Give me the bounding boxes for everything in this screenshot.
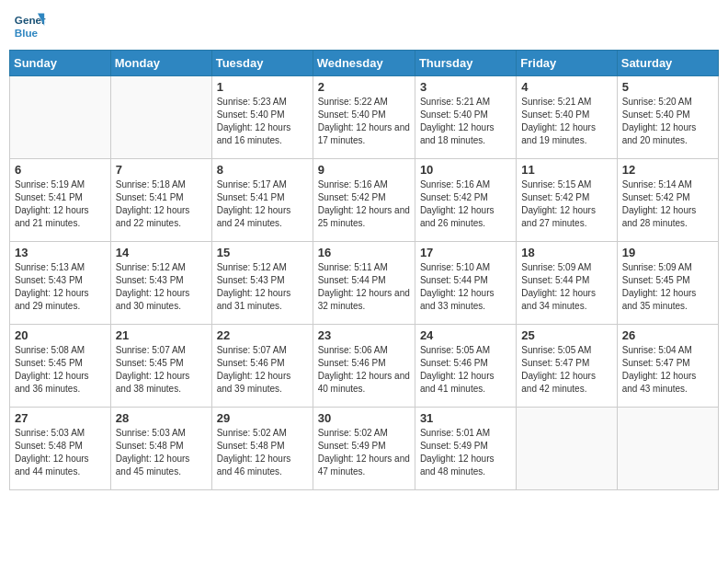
week-row-5: 27Sunrise: 5:03 AM Sunset: 5:48 PM Dayli… (10, 408, 719, 490)
calendar-cell: 14Sunrise: 5:12 AM Sunset: 5:43 PM Dayli… (110, 242, 211, 325)
day-number: 16 (318, 246, 410, 259)
calendar-cell: 17Sunrise: 5:10 AM Sunset: 5:44 PM Dayli… (415, 242, 516, 325)
calendar-cell: 25Sunrise: 5:05 AM Sunset: 5:47 PM Dayli… (517, 325, 617, 408)
calendar-cell: 10Sunrise: 5:16 AM Sunset: 5:42 PM Dayli… (415, 159, 516, 242)
calendar-cell: 2Sunrise: 5:22 AM Sunset: 5:40 PM Daylig… (313, 76, 415, 159)
day-number: 25 (521, 328, 611, 342)
week-row-4: 20Sunrise: 5:08 AM Sunset: 5:45 PM Dayli… (10, 325, 719, 408)
calendar-cell: 1Sunrise: 5:23 AM Sunset: 5:40 PM Daylig… (211, 76, 313, 159)
day-number: 18 (521, 246, 611, 259)
weekday-header-row: SundayMondayTuesdayWednesdayThursdayFrid… (10, 51, 719, 76)
day-info: Sunrise: 5:21 AM Sunset: 5:40 PM Dayligh… (521, 96, 611, 147)
day-number: 19 (622, 246, 713, 259)
calendar-cell (617, 408, 718, 490)
weekday-header-wednesday: Wednesday (313, 51, 415, 76)
day-number: 20 (15, 328, 106, 342)
day-info: Sunrise: 5:17 AM Sunset: 5:41 PM Dayligh… (217, 178, 308, 230)
calendar-cell: 22Sunrise: 5:07 AM Sunset: 5:46 PM Dayli… (211, 325, 313, 408)
day-info: Sunrise: 5:03 AM Sunset: 5:48 PM Dayligh… (116, 427, 207, 478)
day-info: Sunrise: 5:12 AM Sunset: 5:43 PM Dayligh… (116, 261, 207, 313)
page-header: General Blue (9, 9, 719, 42)
day-number: 14 (116, 246, 207, 259)
weekday-header-saturday: Saturday (617, 51, 718, 76)
day-info: Sunrise: 5:20 AM Sunset: 5:40 PM Dayligh… (622, 96, 713, 147)
day-info: Sunrise: 5:19 AM Sunset: 5:41 PM Dayligh… (15, 178, 106, 230)
day-info: Sunrise: 5:05 AM Sunset: 5:46 PM Dayligh… (420, 344, 511, 396)
day-info: Sunrise: 5:10 AM Sunset: 5:44 PM Dayligh… (420, 261, 511, 313)
day-number: 27 (15, 411, 106, 425)
day-number: 22 (217, 328, 308, 342)
day-info: Sunrise: 5:03 AM Sunset: 5:48 PM Dayligh… (15, 427, 106, 478)
day-number: 1 (217, 80, 308, 94)
weekday-header-sunday: Sunday (10, 51, 111, 76)
calendar-table: SundayMondayTuesdayWednesdayThursdayFrid… (9, 50, 719, 490)
calendar-cell: 19Sunrise: 5:09 AM Sunset: 5:45 PM Dayli… (617, 242, 718, 325)
day-info: Sunrise: 5:08 AM Sunset: 5:45 PM Dayligh… (15, 344, 106, 396)
day-number: 31 (420, 411, 511, 425)
day-info: Sunrise: 5:21 AM Sunset: 5:40 PM Dayligh… (420, 96, 511, 147)
calendar-cell: 24Sunrise: 5:05 AM Sunset: 5:46 PM Dayli… (415, 325, 516, 408)
calendar-cell: 9Sunrise: 5:16 AM Sunset: 5:42 PM Daylig… (313, 159, 415, 242)
day-number: 21 (116, 328, 207, 342)
day-info: Sunrise: 5:05 AM Sunset: 5:47 PM Dayligh… (521, 344, 611, 396)
day-number: 13 (15, 246, 106, 259)
day-number: 26 (622, 328, 713, 342)
calendar-cell: 3Sunrise: 5:21 AM Sunset: 5:40 PM Daylig… (415, 76, 516, 159)
day-info: Sunrise: 5:01 AM Sunset: 5:49 PM Dayligh… (420, 427, 511, 478)
calendar-cell: 20Sunrise: 5:08 AM Sunset: 5:45 PM Dayli… (10, 325, 111, 408)
day-info: Sunrise: 5:07 AM Sunset: 5:46 PM Dayligh… (217, 344, 308, 396)
day-info: Sunrise: 5:11 AM Sunset: 5:44 PM Dayligh… (318, 261, 410, 313)
day-info: Sunrise: 5:09 AM Sunset: 5:45 PM Dayligh… (622, 261, 713, 313)
calendar-cell (517, 408, 617, 490)
calendar-cell: 4Sunrise: 5:21 AM Sunset: 5:40 PM Daylig… (517, 76, 617, 159)
day-number: 7 (116, 163, 207, 177)
day-number: 11 (521, 163, 611, 177)
day-number: 8 (217, 163, 308, 177)
day-number: 23 (318, 328, 410, 342)
day-info: Sunrise: 5:12 AM Sunset: 5:43 PM Dayligh… (217, 261, 308, 313)
day-info: Sunrise: 5:18 AM Sunset: 5:41 PM Dayligh… (116, 178, 207, 230)
weekday-header-friday: Friday (517, 51, 617, 76)
calendar-cell: 21Sunrise: 5:07 AM Sunset: 5:45 PM Dayli… (110, 325, 211, 408)
day-number: 17 (420, 246, 511, 259)
calendar-cell (110, 76, 211, 159)
calendar-cell: 29Sunrise: 5:02 AM Sunset: 5:48 PM Dayli… (211, 408, 313, 490)
day-info: Sunrise: 5:02 AM Sunset: 5:49 PM Dayligh… (318, 427, 410, 478)
day-info: Sunrise: 5:22 AM Sunset: 5:40 PM Dayligh… (318, 96, 410, 147)
calendar-cell: 28Sunrise: 5:03 AM Sunset: 5:48 PM Dayli… (110, 408, 211, 490)
weekday-header-thursday: Thursday (415, 51, 516, 76)
day-number: 9 (318, 163, 410, 177)
day-number: 10 (420, 163, 511, 177)
logo: General Blue (13, 9, 50, 42)
calendar-cell: 31Sunrise: 5:01 AM Sunset: 5:49 PM Dayli… (415, 408, 516, 490)
day-info: Sunrise: 5:23 AM Sunset: 5:40 PM Dayligh… (217, 96, 308, 147)
week-row-2: 6Sunrise: 5:19 AM Sunset: 5:41 PM Daylig… (10, 159, 719, 242)
calendar-cell: 16Sunrise: 5:11 AM Sunset: 5:44 PM Dayli… (313, 242, 415, 325)
day-number: 6 (15, 163, 106, 177)
day-number: 29 (217, 411, 308, 425)
calendar-cell: 7Sunrise: 5:18 AM Sunset: 5:41 PM Daylig… (110, 159, 211, 242)
weekday-header-monday: Monday (110, 51, 211, 76)
day-info: Sunrise: 5:14 AM Sunset: 5:42 PM Dayligh… (622, 178, 713, 230)
day-info: Sunrise: 5:15 AM Sunset: 5:42 PM Dayligh… (521, 178, 611, 230)
day-info: Sunrise: 5:16 AM Sunset: 5:42 PM Dayligh… (420, 178, 511, 230)
logo-icon: General Blue (13, 9, 46, 42)
day-info: Sunrise: 5:02 AM Sunset: 5:48 PM Dayligh… (217, 427, 308, 478)
day-number: 12 (622, 163, 713, 177)
calendar-cell: 27Sunrise: 5:03 AM Sunset: 5:48 PM Dayli… (10, 408, 111, 490)
calendar-cell: 12Sunrise: 5:14 AM Sunset: 5:42 PM Dayli… (617, 159, 718, 242)
calendar-cell: 8Sunrise: 5:17 AM Sunset: 5:41 PM Daylig… (211, 159, 313, 242)
day-info: Sunrise: 5:04 AM Sunset: 5:47 PM Dayligh… (622, 344, 713, 396)
weekday-header-tuesday: Tuesday (211, 51, 313, 76)
day-info: Sunrise: 5:13 AM Sunset: 5:43 PM Dayligh… (15, 261, 106, 313)
day-number: 28 (116, 411, 207, 425)
calendar-cell (10, 76, 111, 159)
calendar-cell: 13Sunrise: 5:13 AM Sunset: 5:43 PM Dayli… (10, 242, 111, 325)
day-info: Sunrise: 5:16 AM Sunset: 5:42 PM Dayligh… (318, 178, 410, 230)
day-info: Sunrise: 5:06 AM Sunset: 5:46 PM Dayligh… (318, 344, 410, 396)
day-number: 15 (217, 246, 308, 259)
day-number: 4 (521, 80, 611, 94)
calendar-cell: 5Sunrise: 5:20 AM Sunset: 5:40 PM Daylig… (617, 76, 718, 159)
calendar-cell: 30Sunrise: 5:02 AM Sunset: 5:49 PM Dayli… (313, 408, 415, 490)
week-row-3: 13Sunrise: 5:13 AM Sunset: 5:43 PM Dayli… (10, 242, 719, 325)
